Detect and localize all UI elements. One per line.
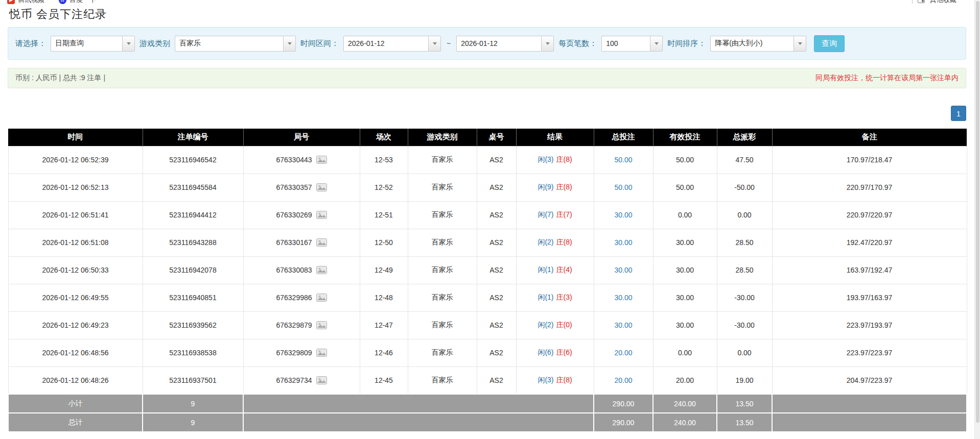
round-number: 676329809	[276, 349, 312, 357]
total-bet-link[interactable]: 30.00	[614, 238, 632, 247]
round-number: 676330357	[276, 183, 312, 191]
total-row: 总计 9 290.00 240.00 13.50	[8, 413, 967, 432]
cell-time: 2026-01-12 06:48:56	[8, 339, 143, 367]
cell-time: 2026-01-12 06:52:39	[8, 146, 143, 174]
cell-time: 2026-01-12 06:52:13	[8, 174, 143, 201]
scrollbar-thumb[interactable]	[976, 1, 979, 423]
cell-total-bet: 30.00	[594, 201, 653, 229]
bookmark-tencent-video[interactable]: ▶ 腾讯视频	[7, 0, 44, 5]
header-valid-bet: 有效投注	[653, 129, 717, 146]
page-size-input[interactable]	[601, 36, 650, 52]
cell-payout: 28.50	[717, 256, 772, 284]
table-row: 2026-01-12 06:51:41 523116944412 6763302…	[8, 201, 967, 229]
header-table-no: 桌号	[477, 129, 516, 146]
cell-table-no: AS2	[477, 256, 516, 284]
cell-total-bet: 30.00	[594, 311, 653, 339]
result-player: 闲(6)	[538, 348, 553, 356]
cell-note: 193.97/163.97	[772, 284, 967, 311]
total-bet-link[interactable]: 20.00	[614, 376, 632, 384]
round-replay-icon[interactable]	[316, 349, 327, 357]
page-size-combo	[601, 36, 663, 52]
page-size-dropdown-arrow-icon[interactable]	[650, 36, 663, 52]
query-type-combo	[51, 36, 135, 52]
cell-session: 12-53	[360, 146, 408, 174]
game-type-input[interactable]	[175, 36, 283, 52]
total-bet-link[interactable]: 30.00	[614, 211, 632, 219]
cell-note: 220.97/220.97	[772, 201, 967, 229]
cell-time: 2026-01-12 06:51:08	[8, 229, 143, 256]
search-button[interactable]: 查询	[814, 35, 845, 52]
cell-bet-id: 523116938538	[143, 339, 243, 367]
page-1-button[interactable]: 1	[951, 106, 966, 121]
query-type-input[interactable]	[51, 36, 122, 52]
total-bet-link[interactable]: 20.00	[614, 349, 632, 357]
round-replay-icon[interactable]	[316, 266, 327, 274]
result-banker: 庄(4)	[556, 265, 572, 274]
total-bet-link[interactable]: 30.00	[614, 266, 632, 274]
round-replay-icon[interactable]	[316, 321, 327, 329]
query-type-dropdown-arrow-icon[interactable]	[122, 36, 135, 52]
cell-game-type: 百家乐	[408, 201, 477, 229]
header-time: 时间	[8, 129, 143, 146]
total-count: 9	[143, 413, 243, 432]
cell-round-id: 676330167	[243, 229, 360, 256]
total-bet-link[interactable]: 50.00	[614, 156, 632, 164]
cell-round-id: 676330443	[243, 146, 360, 174]
cell-table-no: AS2	[477, 146, 516, 174]
round-number: 676329986	[276, 294, 312, 302]
pagination: 1	[8, 106, 966, 121]
cell-result: 闲(7)庄(7)	[516, 201, 594, 229]
cell-result: 闲(3)庄(8)	[516, 146, 594, 174]
round-replay-icon[interactable]	[316, 156, 327, 164]
cell-valid-bet: 20.00	[653, 367, 717, 394]
cell-round-id: 676330083	[243, 256, 360, 284]
total-bet-link[interactable]: 30.00	[614, 321, 632, 329]
browser-scrollbar[interactable]	[974, 0, 980, 439]
cell-payout: -30.00	[717, 284, 772, 311]
header-note: 备注	[772, 129, 967, 146]
other-bookmarks-button[interactable]: 其他收藏	[930, 0, 956, 5]
sort-dropdown-arrow-icon[interactable]	[794, 36, 806, 52]
round-replay-icon[interactable]	[316, 211, 327, 219]
header-game-type: 游戏类别	[408, 129, 477, 146]
cell-valid-bet: 30.00	[653, 256, 717, 284]
cell-total-bet: 50.00	[594, 146, 653, 174]
table-row: 2026-01-12 06:51:08 523116943288 6763301…	[8, 229, 967, 256]
result-player: 闲(2)	[538, 238, 553, 246]
cell-bet-id: 523116944412	[143, 201, 243, 229]
round-replay-icon[interactable]	[316, 183, 327, 191]
table-row: 2026-01-12 06:52:13 523116945584 6763303…	[8, 174, 967, 201]
date-from-dropdown-arrow-icon[interactable]	[428, 36, 441, 52]
cell-bet-id: 523116939562	[143, 311, 243, 339]
total-bet-link[interactable]: 50.00	[614, 183, 632, 191]
bookmark-baidu[interactable]: 百 百度一下	[59, 0, 96, 5]
result-player: 闲(2)	[538, 321, 553, 329]
cell-session: 12-45	[360, 367, 408, 394]
subtotal-row: 小计 9 290.00 240.00 13.50	[8, 394, 967, 413]
date-from-input[interactable]	[343, 36, 428, 52]
date-from-combo	[343, 36, 441, 52]
cell-table-no: AS2	[477, 339, 516, 367]
game-type-dropdown-arrow-icon[interactable]	[283, 36, 296, 52]
bookmarks-bar: ▶ 腾讯视频 百 百度一下 其他收藏	[0, 0, 980, 6]
date-to-input[interactable]	[456, 36, 541, 52]
table-row: 2026-01-12 06:50:33 523116942078 6763300…	[8, 256, 967, 284]
cell-session: 12-47	[360, 311, 408, 339]
sort-input[interactable]	[710, 36, 794, 52]
cell-note: 220.97/170.97	[772, 174, 967, 201]
result-player: 闲(9)	[538, 183, 553, 191]
cell-session: 12-51	[360, 201, 408, 229]
result-banker: 庄(8)	[556, 238, 572, 246]
date-to-dropdown-arrow-icon[interactable]	[541, 36, 554, 52]
subtotal-note	[772, 394, 967, 413]
cell-game-type: 百家乐	[408, 311, 477, 339]
table-row: 2026-01-12 06:48:26 523116937501 6763297…	[8, 367, 967, 394]
round-replay-icon[interactable]	[316, 294, 327, 302]
round-replay-icon[interactable]	[316, 238, 327, 247]
subtotal-total-bet: 290.00	[594, 394, 653, 413]
total-bet-link[interactable]: 30.00	[614, 294, 632, 302]
cell-table-no: AS2	[477, 174, 516, 201]
subtotal-valid-bet: 240.00	[653, 394, 717, 413]
result-banker: 庄(8)	[556, 183, 572, 191]
round-replay-icon[interactable]	[316, 376, 327, 384]
